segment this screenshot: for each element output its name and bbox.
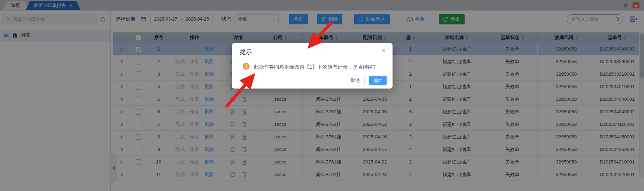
dialog-message: 此操作将同步删除该趟【1】下的所有记录，是否继续?: [254, 64, 376, 70]
confirm-dialog: 提示 × ! 此操作将同步删除该趟【1】下的所有记录，是否继续? 取消 确定: [232, 43, 393, 89]
cancel-button[interactable]: 取消: [346, 76, 365, 85]
modal-overlay: [0, 0, 644, 191]
close-icon[interactable]: ×: [381, 47, 386, 54]
warning-icon: !: [243, 63, 250, 70]
dialog-title: 提示: [240, 48, 252, 56]
app-screen: 首页 防混油运单报告 ×: [0, 0, 644, 191]
confirm-button[interactable]: 确定: [369, 76, 387, 85]
